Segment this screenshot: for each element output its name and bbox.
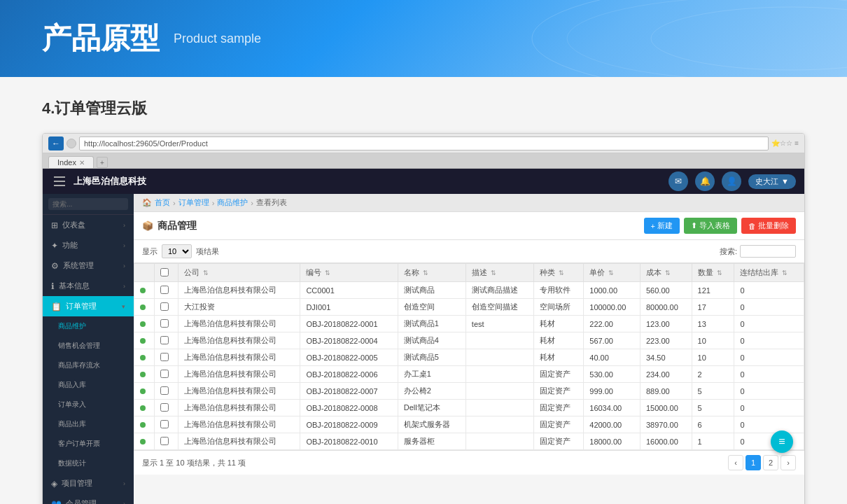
row-qty: 5 <box>692 400 734 416</box>
col-company[interactable]: 公司 ⇅ <box>178 264 300 282</box>
topbar-icon-user[interactable]: 👤 <box>722 172 741 191</box>
sidebar-item-project-mgmt[interactable]: ◈ 项目管理 › <box>43 473 134 493</box>
breadcrumb-product-maintain[interactable]: 商品维护 <box>217 197 248 208</box>
row-select-checkbox[interactable] <box>160 353 169 361</box>
data-table: 公司 ⇅ 编号 ⇅ 名称 ⇅ 描述 ⇅ 种类 ⇅ 单价 ⇅ 成本 ⇅ 数量 ⇅ … <box>134 263 804 450</box>
row-select-checkbox[interactable] <box>160 336 169 344</box>
hamburger-btn[interactable] <box>51 173 68 190</box>
browser-back-btn[interactable]: ← <box>48 136 64 150</box>
functions-icon: ✦ <box>51 241 58 251</box>
app-topbar: 上海邑泊信息科技 ✉ 🔔 👤 史大江 ▼ <box>43 169 804 194</box>
row-out: 0 <box>734 400 804 416</box>
col-price[interactable]: 单价 ⇅ <box>584 264 640 282</box>
tab-close-btn[interactable]: ✕ <box>79 159 85 167</box>
row-select-checkbox[interactable] <box>160 386 169 395</box>
sidebar-item-order-mgmt[interactable]: 📋 订单管理 ▾ <box>43 296 134 316</box>
page-btn-2[interactable]: 2 <box>763 455 778 470</box>
table-row[interactable]: 上海邑泊信息科技有限公司 OBJ-20180822-0009 机架式服务器 固定… <box>134 416 804 433</box>
row-select-checkbox[interactable] <box>160 286 169 294</box>
page-title-row: 📦 商品管理 <box>142 220 197 232</box>
table-row[interactable]: 上海邑泊信息科技有限公司 OBJ-20180822-0010 服务器柜 固定资产… <box>134 433 804 450</box>
sidebar-item-dashboard[interactable]: ⊞ 仪表盘 › <box>43 215 134 235</box>
row-select-checkbox[interactable] <box>160 319 169 328</box>
table-row[interactable]: 上海邑泊信息科技有限公司 OBJ-20180822-0004 测试商品4 耗材 … <box>134 332 804 349</box>
topbar-user-menu[interactable]: 史大江 ▼ <box>748 174 796 189</box>
sidebar-item-functions[interactable]: ✦ 功能 › <box>43 235 134 255</box>
new-tab-btn[interactable]: + <box>97 157 108 168</box>
sidebar-search-input[interactable] <box>48 198 128 210</box>
app-main: 🏠 首页 › 订单管理 › 商品维护 › 查看列表 📦 商品管理 <box>134 194 804 504</box>
new-btn[interactable]: + 新建 <box>644 218 680 234</box>
row-price: 567.00 <box>584 332 640 349</box>
row-company: 上海邑泊信息科技有限公司 <box>178 316 300 332</box>
row-desc: 创造空间描述 <box>465 299 533 316</box>
import-btn[interactable]: ⬆ 导入表格 <box>684 218 737 234</box>
row-price: 16034.00 <box>584 400 640 416</box>
col-code[interactable]: 编号 ⇅ <box>300 264 398 282</box>
table-row[interactable]: 上海邑泊信息科技有限公司 OBJ-20180822-0008 Dell笔记本 固… <box>134 400 804 416</box>
sidebar-subitem-invoice[interactable]: 客户订单开票 <box>43 434 134 454</box>
sidebar-item-sysadmin[interactable]: ⚙ 系统管理 › <box>43 255 134 276</box>
table-row[interactable]: 大江投资 DJI001 创造空间 创造空间描述 空间场所 100000.00 8… <box>134 299 804 316</box>
browser-tab[interactable]: Index ✕ <box>48 156 94 168</box>
row-select-checkbox[interactable] <box>160 420 169 428</box>
breadcrumb-home[interactable]: 首页 <box>155 197 170 208</box>
sidebar-subitem-stock-in[interactable]: 商品入库 <box>43 375 134 395</box>
browser-address-bar[interactable]: http://localhost:29605/Order/Product <box>79 136 769 150</box>
breadcrumb-current: 查看列表 <box>256 197 287 208</box>
col-desc[interactable]: 描述 ⇅ <box>465 264 533 282</box>
row-cost: 38970.00 <box>640 416 692 433</box>
arrow-icon: ▾ <box>122 303 125 310</box>
topbar-icon-msg[interactable]: ✉ <box>668 172 688 191</box>
sidebar-item-member-mgmt[interactable]: 👥 会员管理 › <box>43 493 134 504</box>
row-name: 测试商品1 <box>398 316 465 332</box>
batch-delete-btn[interactable]: 🗑 批量删除 <box>741 218 796 234</box>
sidebar-subitem-product-maintain[interactable]: 商品维护 <box>43 316 134 336</box>
breadcrumb-order-mgmt[interactable]: 订单管理 <box>178 197 209 208</box>
row-price: 999.00 <box>584 383 640 400</box>
col-out[interactable]: 连结结出库 ⇅ <box>734 264 804 282</box>
row-desc: 测试商品描述 <box>465 282 533 299</box>
sidebar-item-basic-info[interactable]: ℹ 基本信息 › <box>43 276 134 296</box>
home-icon: 🏠 <box>142 198 152 207</box>
row-price: 222.00 <box>584 316 640 332</box>
table-row[interactable]: 上海邑泊信息科技有限公司 OBJ-20180822-0006 办工桌1 固定资产… <box>134 366 804 383</box>
table-row[interactable]: 上海邑泊信息科技有限公司 OBJ-20180822-0005 测试商品5 耗材 … <box>134 349 804 366</box>
col-qty[interactable]: 数量 ⇅ <box>692 264 734 282</box>
prev-page-btn[interactable]: ‹ <box>728 455 743 470</box>
row-qty: 121 <box>692 282 734 299</box>
row-select-checkbox[interactable] <box>160 302 169 311</box>
sidebar-subitem-sales-opp[interactable]: 销售机会管理 <box>43 336 134 356</box>
sidebar-subitem-stock-out[interactable]: 商品出库 <box>43 414 134 434</box>
table-row[interactable]: 上海邑泊信息科技有限公司 OBJ-20180822-0001 测试商品1 tes… <box>134 316 804 332</box>
sidebar-subitem-stock-flow[interactable]: 商品库存流水 <box>43 356 134 375</box>
row-checkbox <box>155 316 178 332</box>
row-select-checkbox[interactable] <box>160 437 169 445</box>
col-cost[interactable]: 成本 ⇅ <box>640 264 692 282</box>
table-row[interactable]: 上海邑泊信息科技有限公司 CC0001 测试商品 测试商品描述 专用软件 100… <box>134 282 804 299</box>
browser-refresh-btn[interactable] <box>66 139 76 148</box>
row-select-checkbox[interactable] <box>160 403 169 412</box>
topbar-icon-bell[interactable]: 🔔 <box>695 172 715 191</box>
search-input[interactable] <box>740 245 796 258</box>
next-page-btn[interactable]: › <box>780 455 796 470</box>
row-type: 固定资产 <box>533 366 583 383</box>
page-title: 商品管理 <box>158 220 197 232</box>
select-all-checkbox[interactable] <box>160 268 169 276</box>
row-status <box>134 299 155 316</box>
row-status <box>134 383 155 400</box>
row-price: 42000.00 <box>584 416 640 433</box>
page-btn-1[interactable]: 1 <box>746 455 761 470</box>
row-code: OBJ-20180822-0005 <box>300 349 398 366</box>
row-desc: test <box>465 316 533 332</box>
col-type[interactable]: 种类 ⇅ <box>533 264 583 282</box>
sidebar-subitem-stats[interactable]: 数据统计 <box>43 454 134 473</box>
row-out: 0 <box>734 366 804 383</box>
col-name[interactable]: 名称 ⇅ <box>398 264 465 282</box>
table-row[interactable]: 上海邑泊信息科技有限公司 OBJ-20180822-0007 办公椅2 固定资产… <box>134 383 804 400</box>
sidebar-subitem-order-entry[interactable]: 订单录入 <box>43 395 134 414</box>
show-select[interactable]: 10 25 50 <box>162 244 192 258</box>
row-price: 530.00 <box>584 366 640 383</box>
fab-btn[interactable]: ≡ <box>771 430 793 453</box>
row-select-checkbox[interactable] <box>160 370 169 378</box>
